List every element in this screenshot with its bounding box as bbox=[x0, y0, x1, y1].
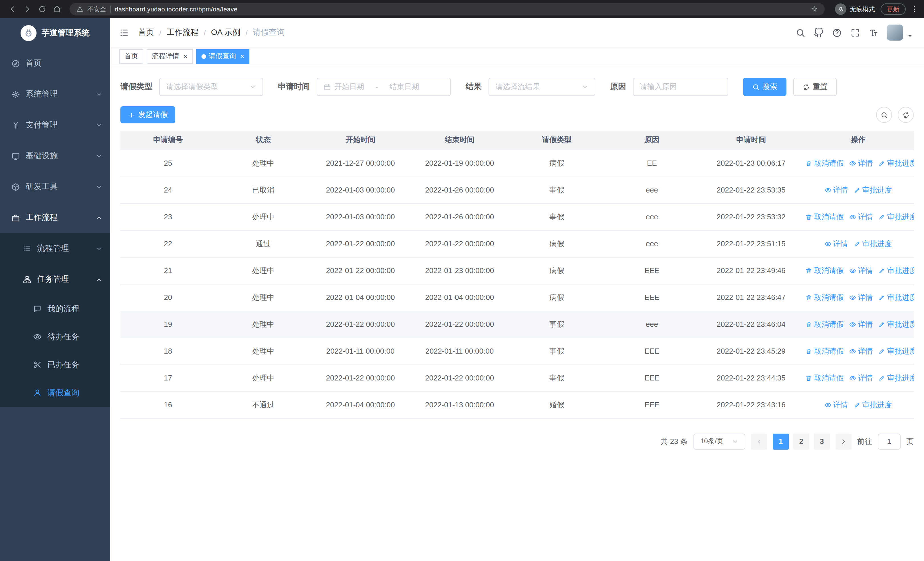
cell-reason: EE bbox=[604, 150, 700, 176]
eye-icon bbox=[824, 240, 831, 247]
create-leave-button[interactable]: 发起请假 bbox=[120, 106, 175, 123]
progress-action-link[interactable]: 审批进度 bbox=[879, 319, 914, 329]
progress-action-link[interactable]: 审批进度 bbox=[879, 292, 914, 302]
sidebar-logo[interactable]: 芋道管理系统 bbox=[0, 18, 110, 48]
action-label: 详情 bbox=[858, 373, 873, 383]
page-button-2[interactable]: 2 bbox=[793, 433, 809, 449]
progress-action-link[interactable]: 审批进度 bbox=[879, 158, 914, 168]
tab-close-icon[interactable]: × bbox=[240, 53, 244, 60]
page-size-select[interactable]: 10条/页 bbox=[693, 433, 746, 449]
cell-leave-type: 病假 bbox=[509, 230, 604, 257]
sidebar-item-system-management[interactable]: 系统管理 bbox=[0, 79, 110, 110]
detail-action-link[interactable]: 详情 bbox=[849, 212, 873, 222]
breadcrumb-item[interactable]: OA 示例 bbox=[211, 27, 240, 38]
cell-status: 处理中 bbox=[216, 364, 311, 391]
reason-input[interactable]: 请输入原因 bbox=[633, 78, 728, 96]
toggle-search-button[interactable] bbox=[876, 107, 892, 123]
github-icon[interactable] bbox=[814, 28, 824, 38]
sidebar-item-devtools[interactable]: 研发工具 bbox=[0, 171, 110, 202]
browser-update-button[interactable]: 更新 bbox=[880, 3, 906, 15]
fullscreen-icon[interactable] bbox=[850, 28, 860, 38]
bookmark-star-icon[interactable] bbox=[811, 6, 818, 12]
progress-action-link[interactable]: 审批进度 bbox=[854, 239, 892, 249]
action-label: 审批进度 bbox=[887, 265, 914, 276]
cancel-action-link[interactable]: 取消请假 bbox=[806, 319, 844, 329]
page-size-value: 10条/页 bbox=[700, 436, 723, 446]
tab-home[interactable]: 首页 bbox=[119, 49, 143, 64]
breadcrumb-item[interactable]: 工作流程 bbox=[166, 27, 199, 38]
browser-back-button[interactable] bbox=[6, 2, 20, 16]
url-text[interactable]: dashboard.yudao.iocoder.cn/bpm/oa/leave bbox=[115, 6, 807, 12]
detail-action-link[interactable]: 详情 bbox=[824, 239, 848, 249]
detail-action-link[interactable]: 详情 bbox=[824, 185, 848, 195]
range-separator: - bbox=[375, 83, 378, 91]
cancel-action-link[interactable]: 取消请假 bbox=[806, 265, 844, 276]
next-page-button[interactable] bbox=[836, 433, 852, 449]
cancel-action-link[interactable]: 取消请假 bbox=[806, 292, 844, 302]
security-warning-label[interactable]: 不安全 bbox=[87, 5, 106, 14]
font-size-icon[interactable] bbox=[868, 28, 878, 38]
browser-reload-button[interactable] bbox=[35, 2, 49, 16]
progress-action-link[interactable]: 审批进度 bbox=[854, 185, 892, 195]
detail-action-link[interactable]: 详情 bbox=[849, 292, 873, 302]
cell-leave-type: 婚假 bbox=[509, 391, 604, 418]
detail-action-link[interactable]: 详情 bbox=[849, 373, 873, 383]
sidebar-item-process-management[interactable]: 流程管理 bbox=[0, 233, 110, 264]
action-label: 审批进度 bbox=[887, 292, 914, 302]
goto-page-input[interactable] bbox=[878, 433, 901, 449]
progress-action-link[interactable]: 审批进度 bbox=[854, 400, 892, 410]
prev-page-button[interactable] bbox=[751, 433, 767, 449]
breadcrumb-item[interactable]: 首页 bbox=[138, 27, 154, 38]
eye-icon bbox=[849, 375, 856, 381]
progress-action-link[interactable]: 审批进度 bbox=[879, 346, 914, 356]
page-button-3[interactable]: 3 bbox=[814, 433, 830, 449]
sidebar-item-workflow[interactable]: 工作流程 bbox=[0, 202, 110, 233]
sidebar-item-home[interactable]: 首页 bbox=[0, 48, 110, 79]
cancel-action-link[interactable]: 取消请假 bbox=[806, 346, 844, 356]
apply-time-range-picker[interactable]: 开始日期 - 结束日期 bbox=[317, 78, 451, 96]
progress-action-link[interactable]: 审批进度 bbox=[879, 212, 914, 222]
action-label: 详情 bbox=[858, 265, 873, 276]
help-icon[interactable] bbox=[832, 28, 842, 38]
reset-button[interactable]: 重置 bbox=[793, 78, 837, 96]
address-bar[interactable]: 不安全 dashboard.yudao.iocoder.cn/bpm/oa/le… bbox=[70, 3, 825, 15]
tab-close-icon[interactable]: × bbox=[183, 53, 188, 60]
leave-type-select[interactable]: 请选择请假类型 bbox=[159, 78, 263, 96]
header-search-icon[interactable] bbox=[796, 28, 805, 38]
cancel-action-link[interactable]: 取消请假 bbox=[806, 373, 844, 383]
detail-action-link[interactable]: 详情 bbox=[849, 346, 873, 356]
browser-menu-icon[interactable] bbox=[910, 5, 918, 13]
refresh-table-button[interactable] bbox=[898, 107, 914, 123]
detail-action-link[interactable]: 详情 bbox=[824, 400, 848, 410]
edit-icon bbox=[879, 160, 885, 167]
cell-apply-no: 25 bbox=[120, 150, 216, 176]
detail-action-link[interactable]: 详情 bbox=[849, 265, 873, 276]
sidebar-item-todo-tasks[interactable]: 待办任务 bbox=[0, 323, 110, 351]
cell-apply-no: 20 bbox=[120, 284, 216, 311]
cell-status: 通过 bbox=[216, 230, 311, 257]
sidebar-item-my-process[interactable]: 我的流程 bbox=[0, 295, 110, 323]
sidebar-item-infrastructure[interactable]: 基础设施 bbox=[0, 141, 110, 171]
search-button[interactable]: 搜索 bbox=[743, 78, 786, 96]
detail-action-link[interactable]: 详情 bbox=[849, 158, 873, 168]
sidebar-item-label: 已办任务 bbox=[47, 359, 80, 370]
user-menu[interactable] bbox=[887, 24, 915, 41]
tab-leave-query[interactable]: 请假查询× bbox=[196, 49, 249, 64]
browser-forward-button[interactable] bbox=[21, 2, 34, 16]
sidebar-collapse-icon[interactable] bbox=[119, 28, 129, 38]
tab-process-detail[interactable]: 流程详情× bbox=[147, 49, 193, 64]
progress-action-link[interactable]: 审批进度 bbox=[879, 265, 914, 276]
result-select[interactable]: 请选择流结果 bbox=[489, 78, 595, 96]
sidebar-item-done-tasks[interactable]: 已办任务 bbox=[0, 351, 110, 379]
eye-icon bbox=[849, 267, 856, 274]
cancel-action-link[interactable]: 取消请假 bbox=[806, 158, 844, 168]
sidebar-item-leave-query[interactable]: 请假查询 bbox=[0, 379, 110, 407]
page-button-1[interactable]: 1 bbox=[773, 433, 789, 449]
cancel-action-link[interactable]: 取消请假 bbox=[806, 212, 844, 222]
sidebar-item-task-management[interactable]: 任务管理 bbox=[0, 264, 110, 295]
sidebar-item-payment-management[interactable]: 支付管理 bbox=[0, 110, 110, 141]
detail-action-link[interactable]: 详情 bbox=[849, 319, 873, 329]
apply-time-label: 申请时间 bbox=[278, 82, 310, 92]
browser-home-button[interactable] bbox=[50, 2, 64, 16]
progress-action-link[interactable]: 审批进度 bbox=[879, 373, 914, 383]
